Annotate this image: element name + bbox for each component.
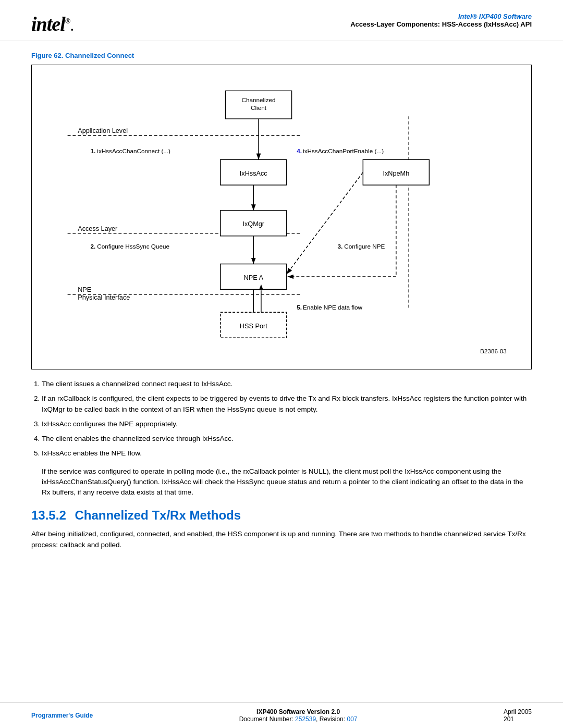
list-item-1: The client issues a channelized connect … (42, 379, 532, 389)
header-title-main: Access-Layer Components: HSS-Access (IxH… (350, 20, 532, 28)
svg-text:IxQMgr: IxQMgr (242, 220, 264, 228)
svg-text:4.: 4. (297, 147, 302, 154)
header-title-top: Intel® IXP400 Software (350, 13, 532, 20)
intel-logo: intel®. (31, 13, 74, 35)
list-item-2: If an rxCallback is configured, the clie… (42, 393, 532, 415)
section-paragraph: After being initialized, configured, con… (31, 529, 532, 550)
polling-note: If the service was configured to operate… (42, 466, 532, 498)
footer-center: IXP400 Software Version 2.0 Document Num… (239, 708, 358, 723)
svg-text:Configure HssSync Queue: Configure HssSync Queue (97, 243, 169, 250)
page-header: intel®. Intel® IXP400 Software Access-La… (0, 0, 563, 41)
svg-text:Channelized: Channelized (241, 96, 275, 103)
main-content: Figure 62. Channelized Connect Applicati… (0, 41, 563, 702)
steps-list: The client issues a channelized connect … (42, 379, 532, 459)
header-right: Intel® IXP400 Software Access-Layer Comp… (350, 13, 532, 28)
svg-text:HSS Port: HSS Port (240, 323, 267, 330)
footer-version: IXP400 Software Version 2.0 (239, 708, 358, 715)
svg-text:IxHssAcc: IxHssAcc (240, 170, 268, 177)
list-item-5: IxHssAcc enables the NPE flow. (42, 448, 532, 459)
footer-left: Programmer's Guide (31, 712, 93, 719)
application-level-label: Application Level (78, 127, 128, 134)
list-item-3: IxHssAcc configures the NPE appropriatel… (42, 419, 532, 429)
figure-caption: Figure 62. Channelized Connect (31, 52, 532, 59)
svg-text:2.: 2. (91, 243, 96, 250)
page: intel®. Intel® IXP400 Software Access-La… (0, 0, 563, 728)
svg-line-22 (287, 172, 363, 274)
svg-text:B2386-03: B2386-03 (480, 348, 507, 354)
svg-text:IxNpeMh: IxNpeMh (383, 170, 409, 177)
logo-text: intel (31, 13, 65, 35)
svg-text:Enable NPE data flow: Enable NPE data flow (303, 304, 363, 311)
access-layer-label: Access Layer (78, 225, 118, 232)
page-footer: Programmer's Guide IXP400 Software Versi… (0, 702, 563, 728)
svg-text:5.: 5. (297, 304, 302, 311)
svg-text:ixHssAccChanConnect (...): ixHssAccChanConnect (...) (97, 147, 170, 154)
svg-text:Client: Client (251, 104, 267, 111)
logo-area: intel®. (31, 13, 74, 35)
diagram-container: Application Level Access Layer NPE Physi… (31, 65, 532, 369)
svg-text:NPE A: NPE A (244, 274, 264, 281)
list-item-4: The client enables the channelized servi… (42, 434, 532, 444)
physical-interface-label: Physical Interface (78, 294, 130, 301)
svg-text:1.: 1. (91, 147, 96, 154)
diagram-svg: Application Level Access Layer NPE Physi… (37, 76, 526, 361)
svg-text:ixHssAccChanPortEnable (...): ixHssAccChanPortEnable (...) (303, 147, 384, 154)
footer-right: April 2005 201 (504, 708, 532, 723)
footer-doc-number: Document Number: 252539, Revision: 007 (239, 715, 358, 723)
npe-label: NPE (78, 286, 91, 293)
section-heading: 13.5.2 Channelized Tx/Rx Methods (31, 508, 532, 523)
svg-text:Configure NPE: Configure NPE (344, 243, 385, 250)
svg-text:3.: 3. (337, 243, 342, 250)
